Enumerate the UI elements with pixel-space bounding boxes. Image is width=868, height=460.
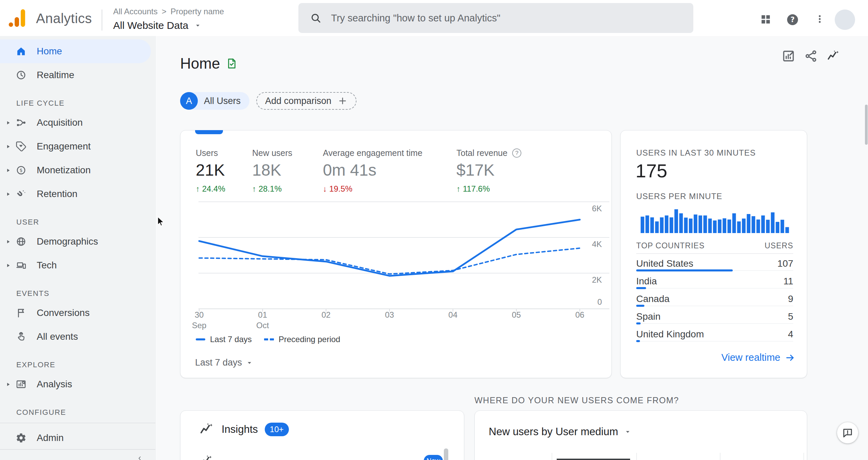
sidebar-item-label: Admin [37,432,64,443]
sidebar-item-all-events[interactable]: All events [0,325,151,349]
property-selector-label: All Website Data [113,20,188,31]
nav-section-configure: CONFIGURE [0,405,155,420]
chart-gridline [803,453,804,460]
metric-value: 0m 41s [323,161,422,179]
metric-users[interactable]: Users21K↑ 24.4% [196,148,225,194]
main-content: Home A All Users Add comparison Users21K… [156,36,868,460]
search-input[interactable] [330,12,683,24]
analysis-icon [16,379,27,390]
view-realtime-label: View realtime [721,352,780,363]
share-report-button[interactable] [804,49,818,63]
sidebar-item-label: Engagement [37,141,91,152]
help-tooltip-icon[interactable]: ? [512,148,521,158]
analytics-logo-icon[interactable] [8,9,25,27]
metric-delta: ↓ 19.5% [323,184,422,194]
dimension-selector-label: New users by User medium [489,426,618,438]
insights-count-badge[interactable]: 10+ [265,423,289,436]
row-divider [636,288,793,288]
sidebar-item-monetization[interactable]: $Monetization [0,158,151,182]
plus-icon [337,96,348,106]
property-selector[interactable]: All Website Data [113,20,202,31]
page-title: Home [180,55,220,72]
search-bar[interactable] [298,3,693,33]
metric-average-engagement-time[interactable]: Average engagement time0m 41s↓ 19.5% [323,148,422,194]
metric-new-users[interactable]: New users18K↑ 28.1% [252,148,292,194]
feedback-button[interactable] [837,422,858,443]
top-countries-column: TOP COUNTRIES [636,241,705,250]
breadcrumb-property-name[interactable]: Property name [171,7,224,16]
more-options-button[interactable] [814,14,825,24]
expander-icon[interactable] [4,190,15,198]
insight-item-sparkle-icon [199,454,213,460]
report-actions [782,49,840,63]
sidebar-item-tech[interactable]: Tech [0,253,151,277]
expander-icon[interactable] [4,143,15,150]
sidebar-item-conversions[interactable]: Conversions [0,301,151,325]
svg-text:30: 30 [195,310,204,319]
insights-list-scrollbar[interactable] [444,448,448,460]
metric-label: Total revenue? [456,148,521,158]
page-scrollbar-thumb[interactable] [865,105,868,145]
sidebar-item-demographics[interactable]: Demographics [0,230,151,253]
country-name: United States [636,258,693,269]
report-check-icon [226,56,238,71]
all-users-comparison-chip[interactable]: A All Users [180,92,249,110]
sidebar-item-label: Demographics [37,236,98,247]
solid-line-swatch [196,338,205,340]
sidebar-item-realtime[interactable]: Realtime [0,63,151,87]
users-per-minute-label: USERS PER MINUTE [636,192,722,201]
nav-section-explore: EXPLORE [0,357,155,372]
sidebar-item-analysis[interactable]: Analysis [0,372,151,396]
svg-text:Sep: Sep [192,321,207,330]
country-name: United Kingdom [636,329,704,340]
sidebar-item-label: Monetization [37,165,91,176]
insights-button[interactable] [827,49,840,63]
sidebar-item-admin[interactable]: Admin [0,426,151,450]
users-per-minute-chart [641,207,790,234]
legend-preceding-period[interactable]: Preceding period [264,335,340,344]
legend-last-7-days[interactable]: Last 7 days [196,335,252,344]
account-avatar[interactable] [835,10,855,30]
sidebar-item-label: Retention [37,189,77,199]
svg-text:6K: 6K [592,204,602,213]
insight-new-badge: New [424,455,443,460]
customize-report-button[interactable] [782,49,795,63]
expander-icon[interactable] [4,119,15,126]
country-row-spain: Spain5 [636,307,793,325]
overview-card: Users21K↑ 24.4%New users18K↑ 28.1%Averag… [180,130,612,378]
expander-icon[interactable] [4,381,15,388]
add-comparison-chip[interactable]: Add comparison [256,92,357,110]
breadcrumb: All Accounts > Property name [113,7,224,16]
breadcrumb-all-accounts[interactable]: All Accounts [113,7,158,16]
sidebar-item-engagement[interactable]: Engagement [0,135,151,158]
expander-icon[interactable] [4,238,15,245]
metric-label: Users [196,148,225,158]
expander-spacer [4,71,15,79]
comparison-chips-row: A All Users Add comparison [180,92,357,110]
sidebar-item-acquisition[interactable]: Acquisition [0,111,151,135]
chart-legend: Last 7 days Preceding period [196,335,340,344]
country-name: India [636,276,657,287]
all-events-icon [16,331,27,342]
metric-total-revenue[interactable]: Total revenue?$17K↑ 117.6% [456,148,521,194]
svg-text:4K: 4K [592,240,602,249]
clock-icon [16,70,27,81]
sidebar-item-retention[interactable]: Retention [0,182,151,206]
collapse-sidebar-button[interactable] [135,453,145,460]
google-apps-grid-button[interactable] [760,14,771,25]
svg-text:2K: 2K [592,275,602,284]
sidebar-item-home[interactable]: Home [0,39,151,63]
breadcrumb-separator: > [162,7,167,16]
expander-icon[interactable] [4,262,15,269]
svg-text:02: 02 [322,310,331,319]
dimension-selector[interactable]: New users by User medium [489,426,632,438]
date-range-selector[interactable]: Last 7 days [195,357,254,368]
expander-icon[interactable] [4,166,15,174]
users-metric-tab-indicator [195,130,223,134]
monetization-icon: $ [16,165,27,176]
view-realtime-link[interactable]: View realtime [721,352,795,363]
metric-delta: ↑ 28.1% [252,184,292,194]
help-button[interactable]: ? [786,13,799,26]
new-users-section-heading: WHERE DO YOUR NEW USERS COME FROM? [474,395,679,405]
country-row-united-states: United States107 [636,254,793,272]
